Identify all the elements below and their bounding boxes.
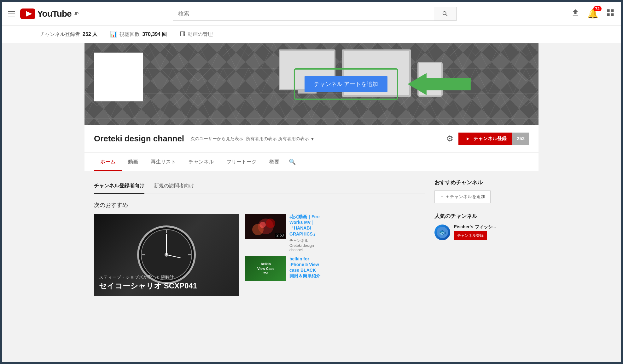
subscribe-yt-icon <box>464 136 471 141</box>
channel-tabs: ホーム 動画 再生リスト チャンネル フリートーク 概要 🔍 <box>84 153 539 171</box>
views-label: 視聴回数 <box>119 31 140 38</box>
right-sidebar: おすすめチャンネル ＋ + チャンネルを追加 人気のチャンネル 🐟 Fische… <box>434 179 529 296</box>
popular-channels-section: 人気のチャンネル 🐟 Fischer's-フィッシ... チャンネル登録 <box>434 213 529 240</box>
belkin-thumb-text: belkinView Casefor <box>257 262 274 275</box>
view-as-area: 次のユーザーから見た表示: 所有者用の表示 所有者用の表示 ▼ <box>190 136 315 142</box>
channel-avatar-fischers: 🐟 <box>434 225 450 240</box>
search-button[interactable] <box>434 7 457 21</box>
channel-avatar-info: Fischer's-フィッシ... チャンネル登録 <box>454 224 529 240</box>
add-channel-plus-icon: ＋ <box>440 194 444 200</box>
featured-video-subtitle: スティーブ・ジョブズが愛した腕時計 <box>99 275 234 280</box>
manage-videos-link[interactable]: 🎞 動画の管理 <box>179 31 213 38</box>
manage-label: 動画の管理 <box>188 31 213 38</box>
side-video-thumb-2: belkinView Casefor <box>245 256 286 281</box>
channel-settings-button[interactable]: ⚙ <box>446 134 453 144</box>
add-channel-art-button[interactable]: チャンネル アートを追加 <box>305 76 387 92</box>
side-video-card-2[interactable]: belkinView Casefor belkin for iPhone 5 V… <box>245 256 321 281</box>
side-video-info-1: 花火動画｜Fire Works MV｜「HANABI GRAPHICS」 チャン… <box>289 214 321 252</box>
content-left: チャンネル登録者向け 新規の訪問者向け 次のおすすめ <box>94 179 425 296</box>
notifications-button[interactable]: 🔔 72 <box>587 9 598 19</box>
views-stat: 📊 視聴回数 370,394 回 <box>110 31 167 38</box>
header-left: YouTubeJP <box>8 9 115 19</box>
recommended-channels-title: おすすめチャンネル <box>434 179 529 186</box>
hamburger-menu-button[interactable] <box>8 11 15 16</box>
tab-videos[interactable]: 動画 <box>122 153 144 171</box>
side-video-thumb-1: 2:53 <box>245 214 286 239</box>
channel-subscribe-button[interactable]: チャンネル登録 <box>454 231 487 240</box>
featured-video-text: スティーブ・ジョブズが愛した腕時計 セイコーシャリオ SCXP041 <box>99 275 234 291</box>
channel-avatar-name: Fischer's-フィッシ... <box>454 224 529 230</box>
popular-channel-item: 🐟 Fischer's-フィッシ... チャンネル登録 <box>434 224 529 240</box>
tab-freetalk[interactable]: フリートーク <box>220 153 263 171</box>
channel-info-bar: Oreteki design channel 次のユーザーから見た表示: 所有者… <box>84 125 539 153</box>
svg-rect-4 <box>607 13 609 16</box>
notification-badge: 72 <box>593 6 602 11</box>
arrow-icon <box>408 71 471 97</box>
header-right: 🔔 72 <box>571 8 615 19</box>
add-channel-label: + チャンネルを追加 <box>446 194 485 200</box>
search-input-wrap <box>173 7 434 21</box>
apps-button[interactable] <box>606 8 615 19</box>
channel-banner: チャンネル アートを追加 <box>84 43 539 125</box>
video-list: スティーブ・ジョブズが愛した腕時計 セイコーシャリオ SCXP041 <box>94 214 425 296</box>
search-input[interactable] <box>173 10 434 17</box>
sub-tab-new-visitors[interactable]: 新規の訪問者向け <box>154 179 194 193</box>
featured-video-title: セイコーシャリオ SCXP041 <box>99 282 234 291</box>
svg-point-23 <box>266 219 275 228</box>
view-as-mode[interactable]: 所有者用の表示 <box>246 136 277 142</box>
view-as-dropdown-icon[interactable]: ▼ <box>310 136 315 141</box>
side-video-info-2: belkin for iPhone 5 View case BLACK 開封＆簡… <box>289 256 321 281</box>
sub-tab-subscribers[interactable]: チャンネル登録者向け <box>94 179 144 193</box>
sub-tabs: チャンネル登録者向け 新規の訪問者向け <box>94 179 425 194</box>
view-as-label: 次のユーザーから見た表示: <box>190 136 245 142</box>
side-video-card-1[interactable]: 2:53 花火動画｜Fire Works MV｜「HANABI GRAPHICS… <box>245 214 321 252</box>
featured-video-card[interactable]: スティーブ・ジョブズが愛した腕時計 セイコーシャリオ SCXP041 <box>94 214 239 296</box>
subscribers-stat: チャンネル登録者 252 人 <box>40 31 97 38</box>
subscribe-area: チャンネル登録 252 <box>458 133 529 145</box>
view-as-mode-text[interactable]: 所有者用の表示 <box>278 136 309 142</box>
youtube-logo[interactable]: YouTubeJP <box>20 9 79 19</box>
tab-channels[interactable]: チャンネル <box>182 153 220 171</box>
tab-about[interactable]: 概要 <box>263 153 286 171</box>
side-video-list: 2:53 花火動画｜Fire Works MV｜「HANABI GRAPHICS… <box>245 214 321 296</box>
youtube-wordmark: YouTube <box>37 9 72 19</box>
channel-actions: ⚙ チャンネル登録 252 <box>446 133 529 145</box>
manage-icon: 🎞 <box>179 31 185 38</box>
upload-button[interactable] <box>571 8 580 19</box>
svg-marker-9 <box>408 73 471 95</box>
views-count: 370,394 回 <box>142 31 167 38</box>
subscribe-button[interactable]: チャンネル登録 <box>458 133 512 145</box>
tab-playlists[interactable]: 再生リスト <box>144 153 182 171</box>
tab-search-button[interactable]: 🔍 <box>286 153 299 171</box>
subscribe-label: チャンネル登録 <box>474 136 507 142</box>
add-art-overlay: チャンネル アートを追加 <box>294 68 471 100</box>
side-video-channel-1: チャンネル: Oreteki design channel <box>289 238 321 252</box>
channel-avatar-placeholder <box>94 53 143 101</box>
video-1-duration: 2:53 <box>275 233 285 238</box>
youtube-icon <box>20 9 35 19</box>
svg-text:🐟: 🐟 <box>439 228 446 236</box>
popular-channels-title: 人気のチャンネル <box>434 213 529 220</box>
side-video-title-2: belkin for iPhone 5 View case BLACK 開封＆簡… <box>289 256 321 279</box>
header-search-area <box>173 7 457 21</box>
youtube-jp-badge: JP <box>74 11 79 16</box>
main-content: チャンネル登録者向け 新規の訪問者向け 次のおすすめ <box>84 171 539 303</box>
svg-point-24 <box>259 222 266 228</box>
featured-video-thumb: スティーブ・ジョブズが愛した腕時計 セイコーシャリオ SCXP041 <box>94 214 239 296</box>
recommended-channels-section: おすすめチャンネル ＋ + チャンネルを追加 <box>434 179 529 203</box>
channel-name: Oreteki design channel <box>94 134 184 144</box>
subscribe-count: 252 <box>512 133 529 145</box>
stats-bar: チャンネル登録者 252 人 📊 視聴回数 370,394 回 🎞 動画の管理 <box>2 26 621 43</box>
section-title-recommended: 次のおすすめ <box>94 201 425 209</box>
search-icon <box>442 10 449 17</box>
fischers-avatar-svg: 🐟 <box>437 227 448 238</box>
bar-chart-icon: 📊 <box>110 31 117 38</box>
svg-rect-2 <box>607 9 609 12</box>
tab-home[interactable]: ホーム <box>94 153 122 171</box>
header: YouTubeJP 🔔 72 <box>2 2 621 26</box>
subscribers-count: 252 人 <box>83 31 97 38</box>
svg-rect-5 <box>611 13 614 16</box>
add-art-highlight-box: チャンネル アートを追加 <box>294 68 398 100</box>
arrow-indicator <box>408 71 471 97</box>
add-channel-button[interactable]: ＋ + チャンネルを追加 <box>434 191 491 203</box>
